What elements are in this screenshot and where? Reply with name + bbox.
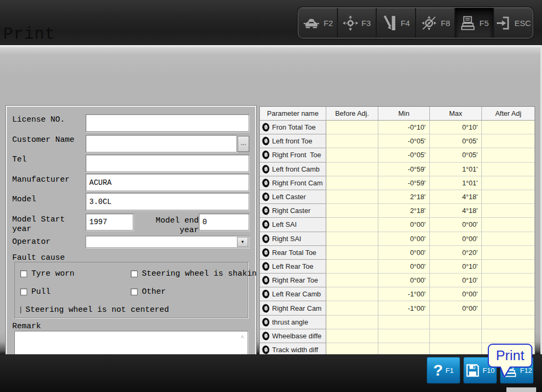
tire-icon: [262, 331, 270, 340]
vehicle-select-button[interactable]: F2: [299, 8, 338, 38]
param-name: Right Front Toe: [272, 151, 321, 159]
print-tooltip-tail: [498, 367, 512, 380]
toolbar-button-label: F3: [361, 19, 371, 28]
column-header: After Adj: [482, 107, 535, 121]
param-name: Left SAI: [272, 220, 297, 228]
min-cell: [378, 329, 430, 343]
printer-icon: [460, 15, 476, 31]
param-name-cell: Left Caster: [260, 190, 326, 204]
after-adj-cell: [482, 121, 535, 134]
max-cell: 0°00': [430, 232, 482, 246]
scroll-up-icon[interactable]: ˄: [239, 334, 245, 340]
max-cell: 4°18': [430, 204, 482, 218]
min-cell: 2°18': [378, 204, 430, 218]
param-name-cell: Left Rear Toe: [260, 260, 326, 274]
tire-icon: [262, 276, 270, 285]
max-cell: 0°10': [430, 260, 482, 274]
param-name-cell: thrust angle: [260, 316, 326, 329]
fault-cause-checkbox[interactable]: [20, 306, 21, 313]
rolling-compensation-button[interactable]: F3: [338, 8, 377, 38]
table-row: Wheelbase diffe: [260, 329, 535, 343]
help-button[interactable]: ? F1: [427, 357, 460, 384]
tire-icon: [262, 137, 270, 146]
max-cell: 0°00': [430, 301, 482, 315]
caster-measure-button[interactable]: F4: [377, 8, 416, 38]
tire-icon: [262, 262, 270, 271]
print-toolbar-button[interactable]: F5: [455, 8, 495, 38]
param-name: Rear Total Toe: [272, 249, 316, 257]
customer-form-panel: License NO. Customer Name ... Tel Manufa…: [5, 105, 257, 369]
min-cell: [378, 316, 430, 329]
param-name: Right Caster: [272, 207, 310, 215]
table-row: Left SAI 0°00' 0°00': [260, 218, 535, 232]
table-row: Left Rear Camb -1°00' 0°00': [260, 287, 535, 301]
tire-icon: [262, 150, 270, 159]
max-cell: 0°20': [430, 246, 482, 260]
print-tooltip: Print: [488, 344, 532, 368]
tire-icon: [262, 318, 270, 327]
model-label: Model: [12, 195, 36, 204]
before-adj-cell: [326, 260, 378, 274]
tire-icon: [262, 289, 270, 299]
fault-cause-option[interactable]: Tyre worn: [20, 269, 131, 278]
before-adj-cell: [326, 148, 378, 162]
min-cell: -0°05': [378, 148, 430, 162]
table-row: Right Rear Cam -1°00' 0°00': [260, 301, 535, 315]
fault-cause-option[interactable]: Steering wheel is not centered: [20, 305, 131, 314]
model-input[interactable]: [86, 193, 249, 210]
fault-cause-option-label: Tyre worn: [31, 269, 74, 278]
before-adj-cell: [326, 232, 378, 246]
operator-combobox[interactable]: ▼: [86, 236, 249, 248]
param-name-cell: Right Rear Cam: [260, 301, 326, 315]
table-row: Left Caster 2°18' 4°18': [260, 190, 535, 204]
after-adj-cell: [482, 148, 535, 162]
fault-cause-option[interactable]: Pull: [20, 287, 131, 296]
after-adj-cell: [482, 232, 535, 246]
param-name: Fron Total Toe: [272, 123, 316, 131]
manufacturer-input[interactable]: [86, 174, 249, 191]
column-header: Before Adj.: [326, 107, 378, 121]
param-name-cell: Right Front Cam: [260, 176, 326, 190]
license-label: License NO.: [12, 115, 65, 125]
max-cell: [430, 329, 482, 343]
before-adj-cell: [326, 316, 378, 329]
fault-cause-groupbox: Tyre worn Steering wheel is shakin Pull …: [14, 262, 248, 318]
steering-level-button[interactable]: F8: [416, 8, 455, 38]
fault-cause-checkbox[interactable]: [131, 270, 138, 277]
customer-name-input[interactable]: [86, 135, 237, 152]
tire-icon: [262, 248, 270, 257]
fault-cause-checkbox[interactable]: [20, 288, 27, 295]
exit-button[interactable]: ESC: [494, 8, 532, 38]
fault-cause-checkbox[interactable]: [131, 288, 138, 295]
before-adj-cell: [326, 163, 378, 176]
print-tooltip-text: Print: [496, 347, 524, 364]
min-cell: 2°18': [378, 190, 430, 204]
model-end-year-input[interactable]: [199, 214, 249, 231]
tire-icon: [262, 345, 270, 354]
customer-browse-button[interactable]: ...: [238, 136, 249, 152]
min-cell: -0°59': [378, 163, 430, 176]
fault-cause-checkbox[interactable]: [20, 270, 27, 277]
tire-icon: [262, 165, 270, 174]
table-row: Left Rear Toe 0°00' 0°10': [260, 260, 535, 274]
fault-cause-option[interactable]: Other: [131, 287, 257, 296]
max-cell: 1°01': [430, 163, 482, 176]
param-name: thrust angle: [272, 318, 308, 326]
model-start-year-input[interactable]: [86, 214, 133, 231]
model-start-year-label: Model Start year: [12, 215, 81, 233]
license-input[interactable]: [86, 114, 249, 132]
main-content: License NO. Customer Name ... Tel Manufa…: [0, 45, 542, 354]
save-icon: [465, 363, 480, 378]
chevron-down-icon[interactable]: ▼: [237, 237, 248, 247]
fault-cause-option-label: Other: [142, 287, 166, 296]
before-adj-cell: [326, 274, 378, 287]
max-cell: 1°01': [430, 176, 482, 190]
remark-label: Remark: [12, 322, 41, 331]
tire-icon: [262, 220, 270, 229]
fault-cause-option[interactable]: Steering wheel is shakin: [131, 269, 257, 278]
tel-input[interactable]: [86, 155, 249, 172]
max-cell: [430, 316, 482, 329]
before-adj-cell: [326, 121, 378, 134]
after-adj-cell: [482, 204, 535, 218]
help-icon: ?: [433, 362, 443, 378]
